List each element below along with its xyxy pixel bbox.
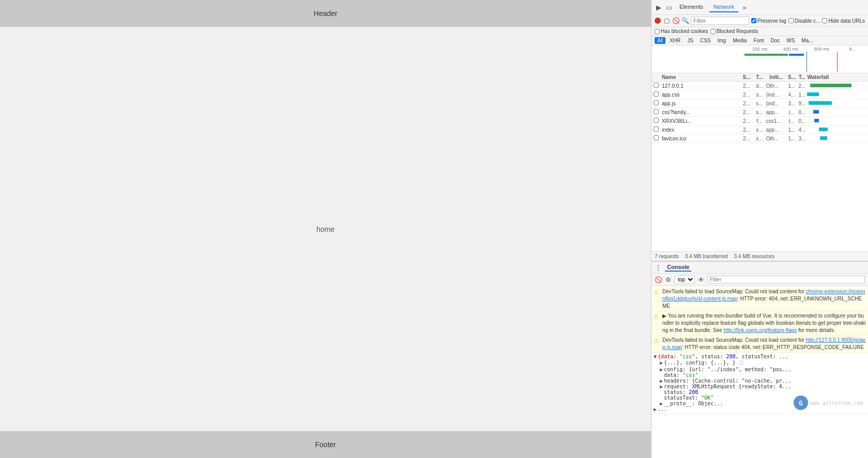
row-check[interactable] <box>654 91 662 98</box>
watermark-text: www.gxlsystem.com <box>810 400 863 406</box>
row-check[interactable] <box>654 83 662 89</box>
type-js[interactable]: JS <box>685 37 696 44</box>
row-status: 2... <box>740 92 753 98</box>
table-row[interactable]: app.css 2... s... (ind... 4... 1... <box>652 90 868 99</box>
search-icon[interactable]: 🔍 <box>681 17 689 24</box>
device-icon[interactable]: ▭ <box>665 3 673 11</box>
label-800ms: 8... <box>837 46 868 52</box>
obj-line2[interactable]: ▶{...}, config: {...}, } ⓘ <box>654 359 866 367</box>
row-waterfall <box>807 117 866 124</box>
network-filter-row: ▢ 🚫 🔍 Preserve log Disable c... Hide dat… <box>652 15 868 27</box>
row-name: app.js <box>662 101 740 106</box>
row-initiator: Oth... <box>766 83 786 89</box>
record-button[interactable] <box>655 18 661 24</box>
row-name: 127.0.0.1 <box>662 83 740 89</box>
filter-input[interactable] <box>691 17 749 25</box>
table-row[interactable]: favicon.ico 2... x... Oth... 1... 3... <box>652 134 868 143</box>
row-check[interactable] <box>654 100 662 106</box>
type-doc[interactable]: Doc <box>768 37 782 44</box>
table-row[interactable]: XRXV3I6Li... 2... f... css1... (... 0... <box>652 117 868 125</box>
timeline-bars <box>745 52 868 72</box>
col-size-header[interactable]: S... <box>786 74 797 80</box>
watermark: G www.gxlsystem.com <box>794 396 863 410</box>
type-css[interactable]: CSS <box>698 37 714 44</box>
row-initiator: (ind... <box>766 101 786 106</box>
row-name: css?family... <box>662 109 740 115</box>
obj-line1[interactable]: ▼{data: "css", status: 200, statusText: … <box>654 354 866 359</box>
type-all[interactable]: All <box>655 37 665 44</box>
blocked-cookies-check[interactable]: Has blocked cookies <box>655 28 708 34</box>
type-ws[interactable]: WS <box>784 37 797 44</box>
requests-count: 7 requests <box>655 254 679 259</box>
more-tabs-icon[interactable]: » <box>740 4 748 11</box>
row-waterfall <box>807 108 866 116</box>
transferred-size: 3.4 MB transferred <box>685 254 728 259</box>
timeline-line-blue <box>807 52 807 72</box>
link-3[interactable]: http://127.0.0.1:8000/js/app.js.map <box>662 337 865 350</box>
preserve-log-check[interactable]: Preserve log <box>751 18 786 24</box>
row-check[interactable] <box>654 118 662 124</box>
table-row[interactable]: app.js 2... s... (ind... 3... 9... <box>652 99 868 108</box>
table-row[interactable]: css?family... 2... s... app... (... 0... <box>652 108 868 117</box>
obj-line6[interactable]: ▶request: XMLHttpRequest {readyState: 4.… <box>654 384 866 389</box>
extra-filter-row: Has blocked cookies Blocked Requests <box>652 27 868 36</box>
main-page: Header home Footer <box>0 0 651 458</box>
console-obj: ▼{data: "css", status: 200, statusText: … <box>652 353 868 414</box>
row-time: 9... <box>797 101 807 106</box>
network-table-body: 127.0.0.1 2... d... Oth... 1... 2... app… <box>652 82 868 251</box>
row-status: 2... <box>740 136 753 141</box>
row-type: x... <box>753 127 766 133</box>
type-img[interactable]: Img <box>715 37 729 44</box>
type-xhr[interactable]: XHR <box>667 37 683 44</box>
row-check[interactable] <box>654 109 662 115</box>
disable-cache-check[interactable]: Disable c... <box>788 18 820 24</box>
row-type: s... <box>753 92 766 98</box>
obj-line10[interactable]: ▶... G www.gxlsystem.com <box>654 406 866 412</box>
stop-icon[interactable]: ▢ <box>663 17 670 24</box>
warn-icon-1: ⚠ <box>654 289 661 296</box>
console-menu-icon[interactable]: ⋮ <box>655 263 662 272</box>
context-selector[interactable]: top <box>674 275 695 284</box>
row-time: 0... <box>797 109 807 115</box>
col-waterfall-header[interactable]: Waterfall <box>807 74 866 80</box>
col-check <box>654 74 662 80</box>
row-check[interactable] <box>654 135 662 141</box>
col-name-header[interactable]: Name <box>662 74 740 80</box>
link-1[interactable]: chrome-extension://nceonnfkig1ddgloo/js/… <box>662 289 865 302</box>
col-status-header[interactable]: S... <box>740 74 753 80</box>
watermark-logo: G <box>794 396 808 410</box>
row-initiator: Oth... <box>766 136 786 141</box>
table-row[interactable]: index 2... x... app... 1... 4... <box>652 125 868 134</box>
cursor-icon[interactable]: ▶ <box>655 3 663 11</box>
console-clear-icon[interactable]: 🚫 <box>655 276 662 283</box>
table-row[interactable]: 127.0.0.1 2... d... Oth... 1... 2... <box>652 82 868 90</box>
hide-data-urls-check[interactable]: Hide data URLs <box>822 18 865 24</box>
col-init-header[interactable]: Initi... <box>766 74 786 80</box>
label-600ms: 600 ms <box>807 46 838 52</box>
row-name: favicon.ico <box>662 136 740 141</box>
row-type: s... <box>753 101 766 106</box>
row-size: 1... <box>786 83 797 89</box>
type-font[interactable]: Font <box>751 37 766 44</box>
col-type-header[interactable]: T... <box>753 74 766 80</box>
obj-line3[interactable]: ▶config: {url: "../index", method: "pos.… <box>654 367 866 372</box>
row-check[interactable] <box>654 127 662 133</box>
label-400ms: 400 ms <box>776 46 807 52</box>
obj-line5[interactable]: ▶headers: {Cache-control: "no-cache, pr.… <box>654 378 866 384</box>
row-size: (... <box>786 118 797 124</box>
tab-elements[interactable]: Elements <box>675 2 707 12</box>
console-filter-input[interactable] <box>707 276 865 283</box>
tab-network[interactable]: Network <box>709 2 738 12</box>
row-size: 1... <box>786 136 797 141</box>
col-time-header[interactable]: T... <box>797 74 807 80</box>
eye-icon[interactable]: 👁 <box>698 276 704 283</box>
console-settings-icon[interactable]: ⚙ <box>665 276 671 283</box>
blocked-requests-check[interactable]: Blocked Requests <box>710 28 758 34</box>
network-stats: 7 requests 3.4 MB transferred 3.4 MB res… <box>652 251 868 261</box>
link-2[interactable]: http://link.vuejs.org/feature-flags <box>723 327 797 333</box>
console-tab[interactable]: Console <box>665 263 691 272</box>
type-media[interactable]: Media <box>730 37 749 44</box>
type-ma[interactable]: Ma... <box>799 37 815 44</box>
clear-icon[interactable]: 🚫 <box>672 17 679 24</box>
row-status: 2... <box>740 118 753 124</box>
